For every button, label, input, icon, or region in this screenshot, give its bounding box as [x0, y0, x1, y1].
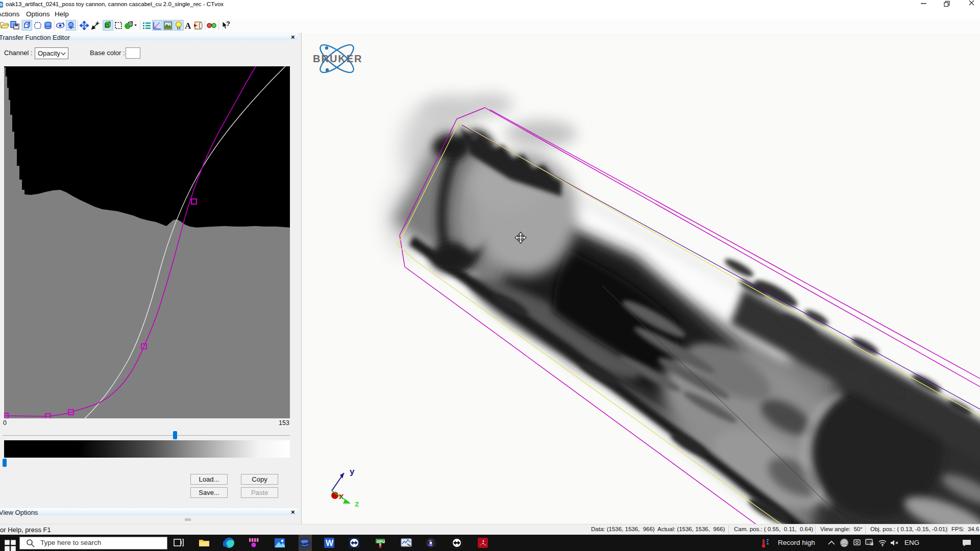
svg-text:y: y [350, 467, 355, 477]
svg-text:z: z [355, 499, 359, 509]
svg-text:A: A [185, 21, 191, 30]
svg-text:BRUKER: BRUKER [313, 53, 363, 64]
svg-text:W: W [326, 539, 334, 547]
svg-text:?: ? [226, 21, 230, 28]
svg-text:GPU: GPU [377, 539, 385, 544]
